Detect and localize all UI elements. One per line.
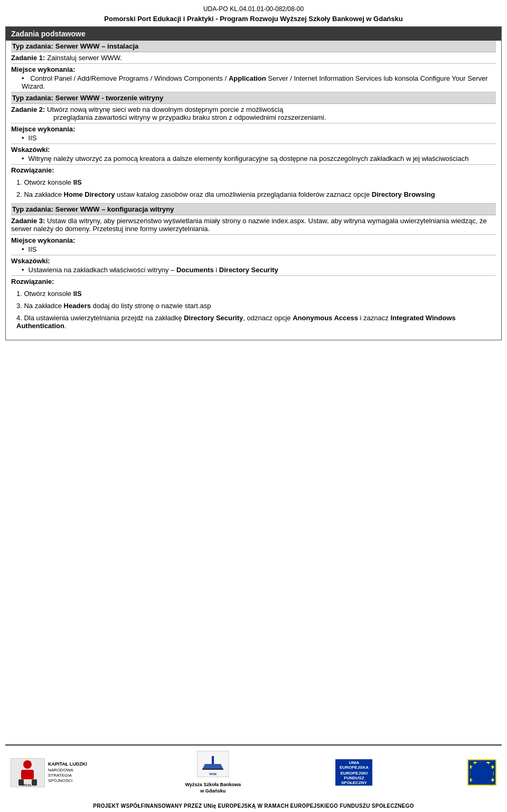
miejsce3-item1: IIS	[22, 245, 496, 253]
svg-marker-17	[472, 782, 478, 784]
header-line1: UDA-PO KL.04.01.01-00-082/08-00	[11, 4, 496, 14]
svg-marker-15	[485, 782, 491, 784]
miejsce3-list: IIS	[11, 245, 496, 253]
rozwiazanie2-item1: 1. Otwórz konsole IIS	[11, 289, 496, 299]
kapital-ludzki-logo: PO KL	[11, 758, 45, 787]
typ2-label: Typ zadania:	[11, 94, 53, 102]
wskazowki1-item1: Witrynę należy utworzyć za pomocą kreato…	[22, 155, 496, 163]
svg-marker-12	[490, 764, 494, 770]
typ2-value: Serwer WWW - tworzenie witryny	[55, 94, 163, 102]
footer-logo4	[467, 759, 496, 786]
zadanie2-value: Utwórz nową witrynę sieci web na dowolny…	[47, 106, 283, 113]
top-header: UDA-PO KL.04.01.01-00-082/08-00 Pomorski…	[0, 0, 507, 26]
miejsce2-item1: IIS	[22, 134, 496, 142]
svg-rect-7	[212, 756, 214, 764]
svg-marker-10	[480, 762, 484, 762]
typ3-label: Typ zadania:	[11, 205, 53, 213]
kapital-ludzki-text: KAPITAŁ LUDZKI NARODOWA STRATEGIA SPÓJNO…	[48, 761, 90, 784]
zadanie3-label: Zadanie 3:	[11, 217, 45, 225]
footer-logo2: WSB Wyższa Szkoła Bankowa w Gdańsku	[185, 751, 241, 795]
rozwiazanie1-item2: 2. Na zakładce Home Directory ustaw kata…	[11, 189, 496, 199]
main-section-title: Zadania podstawowe	[6, 27, 501, 41]
svg-marker-20	[470, 764, 473, 770]
miejsce1-item1: Control Panel / Add/Remove Programs / Wi…	[22, 74, 496, 90]
zadanie1-value: Zainstaluj serwer WWW.	[47, 54, 122, 62]
svg-point-1	[23, 760, 32, 769]
zadanie2-indent: przeglądania zawartości witryny w przypa…	[11, 113, 496, 121]
rozwiazanie1-item1: 1. Otwórz konsole IIS	[11, 177, 496, 187]
typ3-value: Serwer WWW – konfiguracja witryny	[55, 205, 174, 213]
footer-project-text: PROJEKT WSPÓŁFINANSOWANY PRZEZ UNię EURO…	[0, 800, 507, 812]
wskazowki2-list: Ustawienia na zakładkach właściwości wit…	[11, 266, 496, 274]
eu-logo-box: UNIA EUROPEJSKA EUROPEJSKI FUNDUSZ SPOŁE…	[335, 759, 372, 786]
rozwiazanie2-item4: 4. Dla ustawienia uwierzytelniania przej…	[11, 313, 496, 331]
miejsce2-label: Miejsce wykonania:	[11, 125, 496, 134]
wskazowki2-item1: Ustawienia na zakładkach właściwości wit…	[22, 266, 496, 274]
eu-stars-box	[467, 759, 496, 786]
footer-logo1: PO KL KAPITAŁ LUDZKI NARODOWA STRATEGIA …	[11, 758, 90, 787]
page: UDA-PO KL.04.01.01-00-082/08-00 Pomorski…	[0, 0, 507, 812]
footer-logo3: UNIA EUROPEJSKA EUROPEJSKI FUNDUSZ SPOŁE…	[335, 759, 372, 786]
svg-marker-14	[490, 777, 494, 783]
svg-marker-11	[485, 762, 491, 765]
svg-marker-13	[493, 771, 494, 776]
typ1-value: Serwer WWW – instalacja	[55, 42, 139, 50]
rozwiazanie2-label: Rozwiązanie:	[11, 278, 496, 286]
main-content: Zadania podstawowe Typ zadania: Serwer W…	[5, 26, 502, 340]
svg-text:PO KL: PO KL	[23, 784, 31, 787]
svg-rect-4	[32, 779, 37, 786]
wskazowki1-label: Wskazówki:	[11, 146, 496, 155]
rozwiazanie1-label: Rozwiązanie:	[11, 166, 496, 175]
wskazowki1-list: Witrynę należy utworzyć za pomocą kreato…	[11, 155, 496, 163]
svg-marker-21	[472, 762, 478, 765]
miejsce2-list: IIS	[11, 134, 496, 142]
wskazowki2-label: Wskazówki:	[11, 257, 496, 266]
svg-marker-18	[470, 777, 473, 783]
svg-text:WSB: WSB	[209, 772, 217, 776]
miejsce1-label: Miejsce wykonania:	[11, 65, 496, 74]
typ1-label: Typ zadania:	[11, 42, 53, 50]
svg-rect-2	[21, 770, 34, 779]
footer: PO KL KAPITAŁ LUDZKI NARODOWA STRATEGIA …	[5, 744, 502, 800]
zadanie1-label: Zadanie 1:	[11, 54, 45, 62]
miejsce3-label: Miejsce wykonania:	[11, 236, 496, 245]
wsb-text: Wyższa Szkoła Bankowa w Gdańsku	[185, 781, 241, 795]
wsb-logo-graphic: WSB	[197, 751, 229, 778]
svg-marker-19	[470, 771, 471, 776]
zadanie2-label: Zadanie 2:	[11, 106, 45, 113]
zadanie3-text: Ustaw dla witryny, aby pierwszeństwo wyś…	[11, 217, 487, 233]
header-line2: Pomorski Port Edukacji i Praktyki - Prog…	[11, 14, 496, 24]
rozwiazanie2-item3: 3. Na zakładce Headers dodaj do listy st…	[11, 301, 496, 311]
miejsce1-list: Control Panel / Add/Remove Programs / Wi…	[11, 74, 496, 90]
